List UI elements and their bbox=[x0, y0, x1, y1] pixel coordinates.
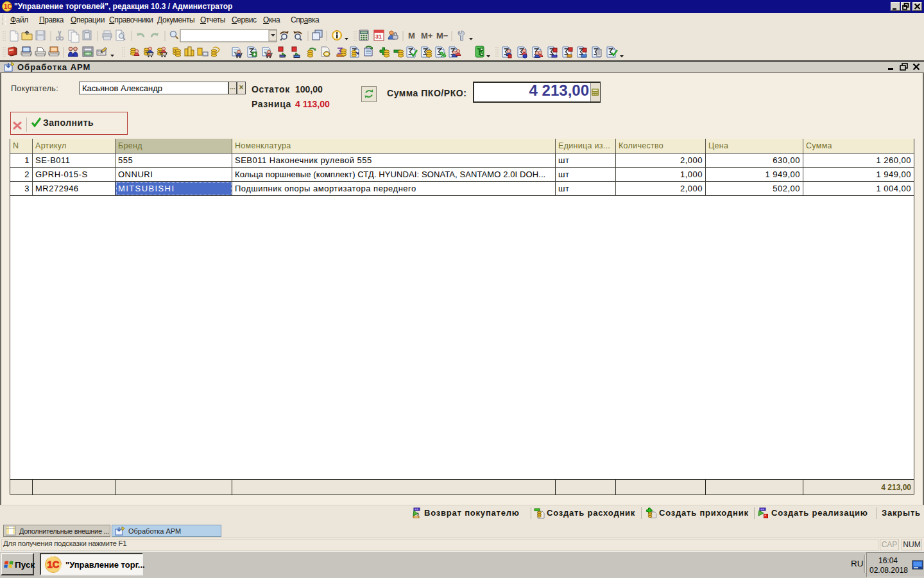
svg-text:1С: 1С bbox=[4, 3, 12, 10]
svg-text:31: 31 bbox=[375, 33, 382, 40]
svg-text:1С: 1С bbox=[47, 559, 60, 570]
svg-text:M: M bbox=[408, 31, 415, 40]
svg-text:M+: M+ bbox=[421, 31, 433, 40]
svg-text:M−: M− bbox=[436, 31, 449, 40]
